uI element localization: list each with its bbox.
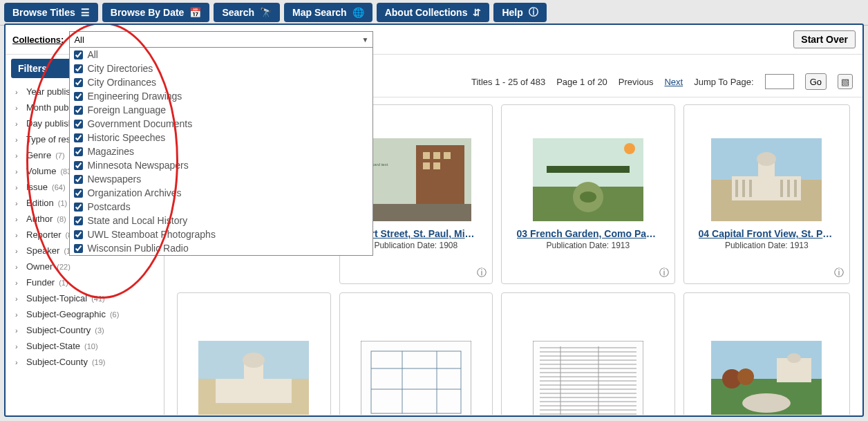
svg-rect-28	[216, 379, 292, 403]
filter-item[interactable]: ›Subject-County (19)	[6, 354, 164, 370]
collections-option[interactable]: Organization Archives	[70, 186, 372, 200]
collections-option-checkbox[interactable]	[74, 78, 83, 87]
collections-option[interactable]: State and Local History	[70, 214, 372, 227]
svg-rect-31	[361, 341, 471, 415]
result-card[interactable]: ⓘ	[339, 292, 493, 415]
card-title[interactable]: 04 Capital Front View, St. Paul, ...	[699, 228, 835, 239]
filter-count: (1)	[58, 199, 67, 207]
next-link[interactable]: Next	[664, 77, 683, 87]
result-card[interactable]: 04 Capital Front View, St. Paul, ...Publ…	[683, 104, 850, 284]
collections-option-checkbox[interactable]	[74, 133, 83, 142]
top-nav: Browse Titles☰ Browse By Date📅 Search🔭 M…	[0, 0, 868, 26]
about-collections-button[interactable]: About Collections⇵	[377, 3, 490, 22]
collections-dropdown[interactable]: AllCity DirectoriesCity OrdinancesEngine…	[69, 47, 373, 256]
collections-option[interactable]: Newspapers	[70, 172, 372, 186]
filter-item[interactable]: ›Owner (22)	[6, 259, 164, 274]
jump-to-page-input[interactable]	[765, 74, 794, 89]
card-thumbnail[interactable]	[711, 341, 822, 415]
card-title[interactable]: 03 French Garden, Como Park, S...	[517, 228, 660, 239]
binoculars-icon: 🔭	[260, 7, 272, 18]
chevron-right-icon: ›	[15, 326, 22, 335]
svg-rect-20	[735, 180, 738, 197]
svg-rect-4	[444, 152, 451, 159]
result-card[interactable]: 03 French Garden, Como Park, S...Publica…	[501, 104, 675, 284]
collections-option-checkbox[interactable]	[74, 161, 83, 170]
chevron-right-icon: ›	[15, 263, 22, 271]
collections-option-checkbox[interactable]	[74, 120, 83, 129]
info-icon[interactable]: ⓘ	[834, 267, 844, 279]
collections-option-checkbox[interactable]	[74, 175, 83, 184]
result-card[interactable]: ⓘ	[177, 292, 331, 415]
collections-option-checkbox[interactable]	[74, 106, 83, 115]
go-button[interactable]: Go	[805, 73, 827, 90]
collections-option[interactable]: City Directories	[70, 62, 372, 75]
collections-selected-value: All	[74, 35, 84, 45]
collections-option-label: Minnesota Newspapers	[87, 160, 188, 171]
collections-option[interactable]: City Ordinances	[70, 75, 372, 89]
results-range: Titles 1 - 25 of 483	[471, 77, 545, 87]
filter-item[interactable]: ›Subject-Country (3)	[6, 322, 164, 338]
collections-option-checkbox[interactable]	[74, 64, 83, 73]
collections-option[interactable]: Minnesota Newspapers	[70, 158, 372, 172]
help-button[interactable]: Helpⓘ	[493, 3, 546, 22]
filter-item[interactable]: ›Subject-Geographic (6)	[6, 306, 164, 322]
filter-item[interactable]: ›Funder (1)	[6, 274, 164, 290]
main-panel: Collections: All ▼ AllCity DirectoriesCi…	[4, 24, 864, 417]
previous-link[interactable]: Previous	[619, 77, 654, 87]
result-card[interactable]: ⓘ	[683, 292, 850, 415]
card-thumbnail[interactable]	[711, 138, 822, 221]
collections-option[interactable]: All	[70, 48, 372, 62]
collections-option-checkbox[interactable]	[74, 203, 83, 212]
filter-label: Reporter	[26, 230, 62, 240]
chevron-right-icon: ›	[15, 215, 22, 223]
collections-option[interactable]: Foreign Language	[70, 103, 372, 117]
collections-option[interactable]: Historic Speeches	[70, 131, 372, 144]
filter-label: Subject-Country	[26, 325, 91, 335]
card-thumbnail[interactable]	[533, 138, 643, 221]
chevron-right-icon: ›	[15, 279, 22, 287]
collections-option[interactable]: Government Documents	[70, 117, 372, 131]
svg-point-19	[757, 152, 776, 166]
map-search-button[interactable]: Map Search🌐	[284, 3, 372, 22]
collections-option-checkbox[interactable]	[74, 216, 83, 225]
info-icon[interactable]: ⓘ	[659, 267, 669, 279]
start-over-button[interactable]: Start Over	[793, 30, 856, 48]
collections-option-label: Foreign Language	[87, 104, 166, 115]
collections-option-label: Wisconsin Public Radio	[87, 243, 188, 254]
filter-label: Owner	[26, 261, 53, 272]
collections-option-checkbox[interactable]	[74, 92, 83, 101]
collections-option-label: Government Documents	[87, 118, 192, 129]
result-card[interactable]: ⓘ	[501, 292, 675, 415]
collections-option-checkbox[interactable]	[74, 244, 83, 253]
filter-item[interactable]: ›Subject-State (10)	[6, 338, 164, 354]
collections-option[interactable]: UWL Steamboat Photographs	[70, 227, 372, 241]
collections-option[interactable]: Engineering Drawings	[70, 89, 372, 103]
collections-option[interactable]: Magazines	[70, 144, 372, 158]
collections-option[interactable]: Postcards	[70, 200, 372, 214]
filter-label: Subject-Topical	[26, 293, 87, 303]
layout-toggle-icon[interactable]: ▧	[838, 74, 853, 89]
info-icon[interactable]: ⓘ	[477, 267, 487, 279]
browse-titles-button[interactable]: Browse Titles☰	[4, 3, 98, 22]
collections-option[interactable]: Wisconsin Public Radio	[70, 241, 372, 255]
filter-count: (3)	[95, 326, 104, 335]
chevron-right-icon: ›	[15, 183, 22, 191]
browse-by-date-button[interactable]: Browse By Date📅	[102, 3, 210, 22]
collections-select-display[interactable]: All ▼	[69, 31, 373, 48]
filter-label: Edition	[26, 198, 54, 208]
card-thumbnail[interactable]: postcard text	[361, 138, 471, 221]
svg-point-62	[787, 353, 801, 363]
collections-select[interactable]: All ▼ AllCity DirectoriesCity Ordinances…	[69, 31, 373, 48]
svg-point-60	[742, 393, 791, 413]
card-thumbnail[interactable]	[533, 341, 643, 415]
search-button[interactable]: Search🔭	[214, 3, 280, 22]
collections-option-checkbox[interactable]	[74, 147, 83, 156]
collections-option-checkbox[interactable]	[74, 189, 83, 198]
collections-option-checkbox[interactable]	[74, 230, 83, 239]
chevron-right-icon: ›	[15, 199, 22, 207]
svg-rect-13	[547, 166, 630, 173]
filter-item[interactable]: ›Subject-Topical (41)	[6, 290, 164, 306]
collections-option-checkbox[interactable]	[74, 50, 83, 59]
card-thumbnail[interactable]	[361, 341, 471, 415]
card-thumbnail[interactable]	[198, 341, 309, 415]
